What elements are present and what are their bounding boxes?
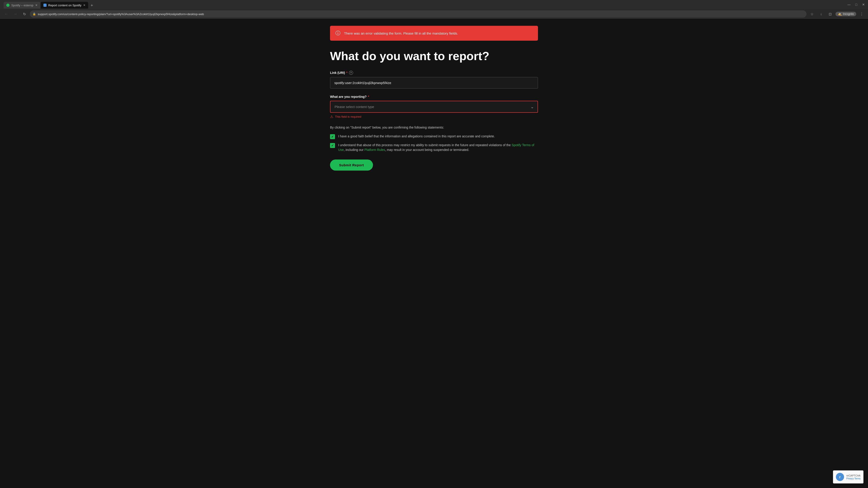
submit-report-button[interactable]: Submit Report	[330, 160, 373, 170]
tab1-label: Spotify – esternp	[11, 4, 33, 7]
recaptcha-terms-link[interactable]: Terms	[855, 477, 861, 480]
page-title: What do you want to report?	[330, 50, 538, 63]
link-help-icon[interactable]: ?	[349, 71, 353, 75]
bookmark-button[interactable]: ☆	[808, 10, 815, 18]
content-type-field-group: What are you reporting? * Please select …	[330, 95, 538, 119]
checkmark-1: ✓	[331, 135, 334, 138]
error-banner-icon: ⓘ	[336, 30, 340, 37]
link-required-star: *	[346, 71, 347, 74]
tab2-close[interactable]: ✕	[83, 4, 86, 7]
new-tab-button[interactable]: +	[89, 2, 95, 8]
field-error: ⚠ This field is required	[330, 115, 538, 119]
maximize-button[interactable]: □	[854, 3, 859, 6]
field-error-message: This field is required	[335, 115, 361, 119]
browser-tabs: Spotify – esternp ✕ Report content on Sp…	[2, 0, 845, 8]
forward-button[interactable]: →	[12, 10, 19, 18]
error-banner-message: There was an error validating the form. …	[344, 31, 458, 35]
incognito-label: Incognito	[843, 12, 854, 15]
checkbox-label-2: I understand that abuse of this process …	[338, 143, 538, 152]
window-controls: — □ ✕	[846, 3, 866, 6]
browser-chrome: Spotify – esternp ✕ Report content on Sp…	[0, 0, 868, 19]
browser-nav: ← → ↻ 🔒 support.spotify.com/us/content-p…	[0, 9, 868, 19]
recaptcha-logo-icon: r	[836, 473, 844, 481]
content-type-label: What are you reporting? *	[330, 95, 538, 98]
checkbox-label-1: I have a good faith belief that the info…	[338, 134, 495, 139]
support-favicon	[43, 4, 46, 7]
link-uri-input[interactable]	[330, 77, 538, 89]
address-bar[interactable]: 🔒 support.spotify.com/us/content-policy-…	[30, 10, 807, 18]
menu-button[interactable]: ⋮	[858, 10, 865, 18]
back-button[interactable]: ←	[3, 10, 10, 18]
field-error-icon: ⚠	[330, 115, 333, 119]
spotify-favicon	[6, 4, 9, 7]
tab1-close[interactable]: ✕	[35, 4, 37, 7]
checkbox-1[interactable]: ✓	[330, 134, 335, 139]
recaptcha-privacy-link[interactable]: Privacy	[846, 477, 854, 480]
download-button[interactable]: ↓	[817, 10, 825, 18]
error-banner: ⓘ There was an error validating the form…	[330, 26, 538, 41]
platform-rules-link[interactable]: Platform Rules	[364, 148, 385, 152]
close-button[interactable]: ✕	[861, 3, 866, 6]
content-type-select-wrapper: Please select content type ⌄	[330, 101, 538, 113]
recaptcha-badge: r reCAPTCHA Privacy Terms	[833, 470, 864, 484]
lock-icon: 🔒	[33, 12, 36, 15]
page-content: ⓘ There was an error validating the form…	[326, 19, 542, 184]
content-type-select[interactable]: Please select content type	[330, 101, 538, 113]
recaptcha-text-block: reCAPTCHA Privacy Terms	[846, 474, 861, 480]
confirm-text: By clicking on "Submit report" below, yo…	[330, 125, 538, 130]
checkbox-2[interactable]: ✓	[330, 143, 335, 148]
desktop-button[interactable]: ⊡	[827, 10, 834, 18]
incognito-badge: 🕵️ Incognito	[835, 12, 856, 16]
browser-titlebar: Spotify – esternp ✕ Report content on Sp…	[0, 0, 868, 9]
reporting-required-star: *	[368, 95, 369, 98]
link-uri-field-group: Link (URI) * ?	[330, 71, 538, 89]
refresh-button[interactable]: ↻	[21, 10, 28, 18]
checkbox-item-2: ✓ I understand that abuse of this proces…	[330, 143, 538, 152]
link-uri-label: Link (URI) * ?	[330, 71, 538, 75]
checkbox-item-1: ✓ I have a good faith belief that the in…	[330, 134, 538, 139]
tab2-label: Report content on Spotify	[49, 4, 82, 7]
minimize-button[interactable]: —	[846, 3, 852, 6]
nav-actions: ☆ ↓ ⊡ 🕵️ Incognito ⋮	[808, 10, 865, 18]
tab-report-spotify[interactable]: Report content on Spotify ✕	[41, 2, 88, 8]
svg-text:r: r	[839, 475, 841, 479]
tab-spotify-esternp[interactable]: Spotify – esternp ✕	[4, 2, 40, 8]
checkmark-2: ✓	[331, 144, 334, 147]
address-text: support.spotify.com/us/content-policy-re…	[38, 12, 804, 16]
checkbox-group: ✓ I have a good faith belief that the in…	[330, 134, 538, 152]
recaptcha-protected-label: reCAPTCHA	[846, 474, 861, 477]
recaptcha-links: Privacy Terms	[846, 477, 861, 480]
